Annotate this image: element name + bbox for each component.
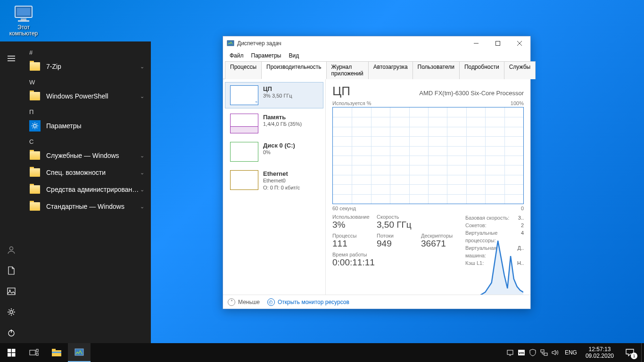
tray-vm-icon[interactable]: vm (516, 343, 527, 362)
tab-5[interactable]: Подробности (459, 61, 504, 79)
start-user-button[interactable] (0, 239, 23, 260)
power-icon (7, 329, 16, 337)
start-app-item[interactable]: Спец. возможности⌄ (23, 164, 151, 181)
chevron-down-icon: ⌄ (140, 170, 144, 176)
start-app-label: 7-Zip (46, 63, 140, 70)
task-view-button[interactable] (23, 343, 45, 362)
svg-rect-15 (12, 349, 16, 353)
start-letter-header[interactable]: # (23, 45, 151, 58)
windows-logo-icon (8, 349, 16, 357)
svg-rect-17 (12, 353, 16, 357)
tab-6[interactable]: Службы (504, 61, 536, 79)
vm-icon: vm (518, 349, 525, 356)
start-apps-list: #7-Zip⌄WWindows PowerShell⌄ППараметрыССл… (23, 41, 151, 343)
document-icon (8, 266, 15, 275)
folder-icon (29, 90, 41, 102)
tray-security-icon[interactable] (527, 343, 538, 362)
tray-network-icon[interactable] (538, 343, 550, 362)
resmon-icon: ◴ (267, 298, 275, 306)
titlebar[interactable]: Диспетчер задач (223, 36, 530, 50)
folder-icon (29, 184, 41, 195)
taskbar-app-task-manager[interactable] (68, 343, 91, 362)
sidebar-item-disk[interactable]: Диск 0 (C:)0% (225, 139, 323, 165)
sidebar-item-mem[interactable]: Память1,4/4,0 ГБ (35%) (225, 110, 323, 137)
taskbar-app-explorer[interactable] (45, 343, 68, 362)
start-letter-header[interactable]: С (23, 134, 151, 147)
gear-icon (7, 308, 16, 316)
menu-item[interactable]: Вид (285, 51, 303, 60)
svg-point-6 (9, 290, 11, 291)
desktop-icon-this-pc[interactable]: Этот компьютер (6, 5, 41, 37)
start-app-label: Средства администрирования... (46, 186, 140, 193)
start-app-item[interactable]: Windows PowerShell⌄ (23, 88, 151, 105)
action-center-button[interactable]: 1 (619, 343, 641, 362)
svg-point-7 (10, 311, 13, 313)
start-letter-header[interactable]: W (23, 75, 151, 88)
tray-language-button[interactable]: ENG (561, 349, 581, 356)
tray-clock[interactable]: 12:57:13 09.02.2020 (581, 346, 619, 359)
task-manager-icon (227, 40, 234, 47)
chart-y-label-left: Используется % (332, 100, 372, 106)
performance-main: ЦП AMD FX(tm)-6300 Six-Core Processor Ис… (326, 79, 530, 295)
start-app-item[interactable]: Служебные — Windows⌄ (23, 147, 151, 164)
window-title: Диспетчер задач (237, 40, 465, 47)
sidebar-item-cpu[interactable]: ⌁ЦП3% 3,50 ГГц (225, 82, 323, 108)
show-desktop-button[interactable] (641, 343, 644, 362)
folder-icon (29, 150, 41, 161)
svg-text:vm: vm (519, 351, 524, 355)
tray-date: 09.02.2020 (586, 353, 614, 359)
fewer-details-button[interactable]: ˄ Меньше (228, 298, 260, 306)
taskbar: vm ENG 12:57:13 09.02.2020 1 (0, 343, 644, 362)
start-app-item[interactable]: Стандартные — Windows⌄ (23, 198, 151, 215)
chevron-down-icon: ⌄ (140, 64, 144, 70)
start-settings-button[interactable] (0, 302, 23, 322)
start-power-button[interactable] (0, 322, 23, 343)
menu-item[interactable]: Файл (226, 51, 248, 60)
tab-0[interactable]: Процессы (225, 61, 262, 79)
start-pictures-button[interactable] (0, 281, 23, 302)
monitor-icon (13, 5, 34, 24)
start-app-item[interactable]: Параметры (23, 117, 151, 134)
start-app-item[interactable]: 7-Zip⌄ (23, 58, 151, 75)
start-app-label: Служебные — Windows (46, 152, 140, 159)
tab-2[interactable]: Журнал приложений (326, 61, 369, 79)
cpu-usage-chart[interactable] (332, 107, 524, 204)
svg-rect-22 (52, 349, 56, 351)
tray-overflow-button[interactable] (504, 343, 516, 362)
svg-rect-13 (496, 41, 500, 46)
start-app-label: Спец. возможности (46, 169, 140, 176)
minimize-button[interactable] (465, 36, 487, 50)
folder-icon (29, 61, 41, 72)
tab-1[interactable]: Производительность (261, 61, 326, 79)
performance-sidebar: ⌁ЦП3% 3,50 ГГцПамять1,4/4,0 ГБ (35%)Диск… (223, 79, 326, 295)
start-menu: #7-Zip⌄WWindows PowerShell⌄ППараметрыССл… (0, 41, 151, 343)
pictures-icon (7, 288, 16, 295)
svg-rect-30 (544, 353, 547, 355)
start-app-item[interactable]: Средства администрирования...⌄ (23, 181, 151, 198)
start-button[interactable] (0, 343, 23, 362)
tab-strip: ПроцессыПроизводительностьЖурнал приложе… (223, 61, 530, 79)
cpu-thumbnail: ⌁ (230, 85, 258, 105)
close-button[interactable] (509, 36, 530, 50)
gear-icon (29, 120, 41, 132)
start-letter-header[interactable]: П (23, 105, 151, 117)
open-resource-monitor-link[interactable]: ◴ Открыть монитор ресурсов (267, 298, 349, 306)
svg-rect-3 (18, 20, 29, 22)
start-expand-button[interactable] (0, 48, 23, 69)
tray-time: 12:57:13 (586, 346, 614, 353)
start-documents-button[interactable] (0, 260, 23, 281)
sidebar-item-net[interactable]: EthernetEthernet0О: 0 П: 0 кбит/с (225, 167, 323, 195)
maximize-button[interactable] (487, 36, 509, 50)
svg-rect-1 (17, 8, 30, 16)
cpu-model: AMD FX(tm)-6300 Six-Core Processor (419, 90, 524, 97)
chevron-down-icon: ⌄ (140, 93, 144, 99)
svg-rect-5 (8, 288, 15, 295)
system-tray: vm ENG 12:57:13 09.02.2020 1 (504, 343, 644, 362)
tab-3[interactable]: Автозагрузка (368, 61, 413, 79)
notification-badge: 1 (631, 353, 637, 359)
menu-item[interactable]: Параметры (248, 51, 285, 60)
tray-volume-icon[interactable] (550, 343, 561, 362)
tab-4[interactable]: Пользователи (413, 61, 460, 79)
svg-rect-2 (21, 18, 26, 20)
task-manager-window: Диспетчер задач ФайлПараметрыВид Процесс… (223, 36, 531, 309)
